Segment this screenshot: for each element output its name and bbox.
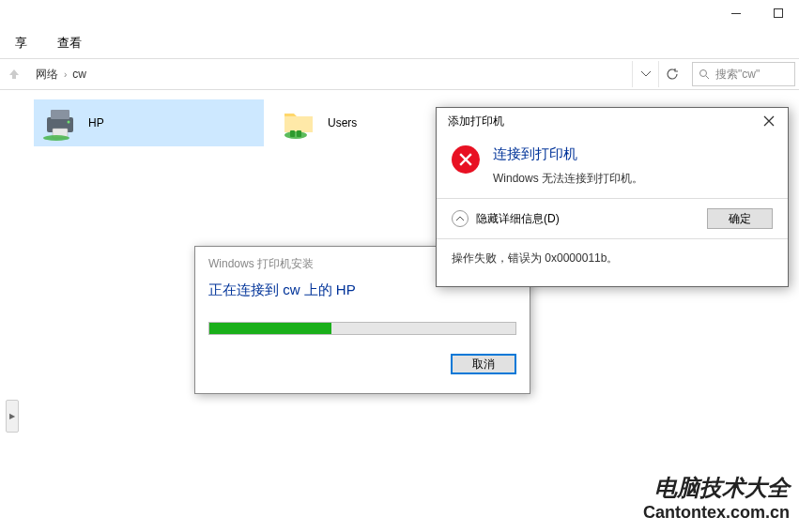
svg-rect-1: [774, 9, 782, 18]
progress-bar: [208, 322, 516, 335]
error-dialog-title: 添加打印机: [448, 114, 504, 129]
svg-line-3: [706, 76, 709, 79]
search-input[interactable]: 搜索"cw": [692, 62, 795, 86]
svg-rect-5: [51, 110, 69, 119]
folder-label: Users: [328, 116, 357, 129]
dropdown-button[interactable]: [632, 61, 658, 87]
error-dialog: 添加打印机 连接到打印机 Windows 无法连接到打印机。 隐藏详细信息(D)…: [436, 107, 789, 287]
watermark-title: 电脑技术大全: [643, 473, 790, 503]
close-icon: [763, 115, 775, 127]
chevron-up-icon: [452, 210, 469, 227]
details-toggle-label: 隐藏详细信息(D): [476, 211, 560, 227]
svg-point-8: [68, 121, 70, 124]
up-button[interactable]: [0, 59, 28, 89]
menu-bar: 享 查看: [0, 28, 97, 58]
details-toggle[interactable]: 隐藏详细信息(D): [452, 210, 560, 227]
svg-point-7: [43, 135, 69, 141]
watermark-url: Cantontex.com.cn: [643, 503, 790, 523]
refresh-button[interactable]: [658, 61, 684, 87]
svg-rect-10: [290, 130, 295, 137]
printer-label: HP: [88, 116, 104, 129]
breadcrumb-current[interactable]: cw: [72, 68, 86, 81]
ok-button[interactable]: 确定: [707, 208, 773, 229]
minimize-button[interactable]: [714, 0, 757, 26]
menu-share[interactable]: 享: [9, 33, 33, 53]
maximize-button[interactable]: [757, 0, 799, 26]
error-detail-text: 操作失败，错误为 0x0000011b。: [437, 238, 788, 278]
folder-share-icon: [281, 104, 318, 142]
breadcrumb[interactable]: 网络 › cw: [28, 67, 632, 83]
error-heading: 连接到打印机: [493, 145, 643, 163]
svg-point-2: [700, 70, 707, 77]
window-controls: [714, 0, 799, 26]
menu-view[interactable]: 查看: [52, 33, 87, 53]
breadcrumb-root[interactable]: 网络: [36, 67, 58, 83]
error-message: Windows 无法连接到打印机。: [493, 171, 643, 187]
svg-rect-0: [731, 13, 741, 14]
svg-point-9: [284, 131, 307, 139]
watermark: 电脑技术大全 Cantontex.com.cn: [643, 473, 790, 523]
chevron-right-icon: ›: [64, 69, 67, 80]
error-icon: [452, 145, 480, 187]
search-icon: [699, 68, 710, 80]
expand-sidebar-button[interactable]: ▶: [6, 400, 19, 433]
progress-bar-fill: [209, 323, 331, 334]
cancel-button[interactable]: 取消: [451, 354, 516, 374]
search-placeholder: 搜索"cw": [715, 67, 760, 83]
file-list: HP Users: [34, 99, 503, 146]
printer-icon: [41, 104, 79, 142]
address-bar: 网络 › cw 搜索"cw": [0, 58, 799, 90]
close-button[interactable]: [756, 111, 782, 131]
svg-rect-11: [297, 130, 301, 137]
printer-item[interactable]: HP: [34, 99, 264, 146]
error-dialog-titlebar[interactable]: 添加打印机: [437, 108, 788, 134]
